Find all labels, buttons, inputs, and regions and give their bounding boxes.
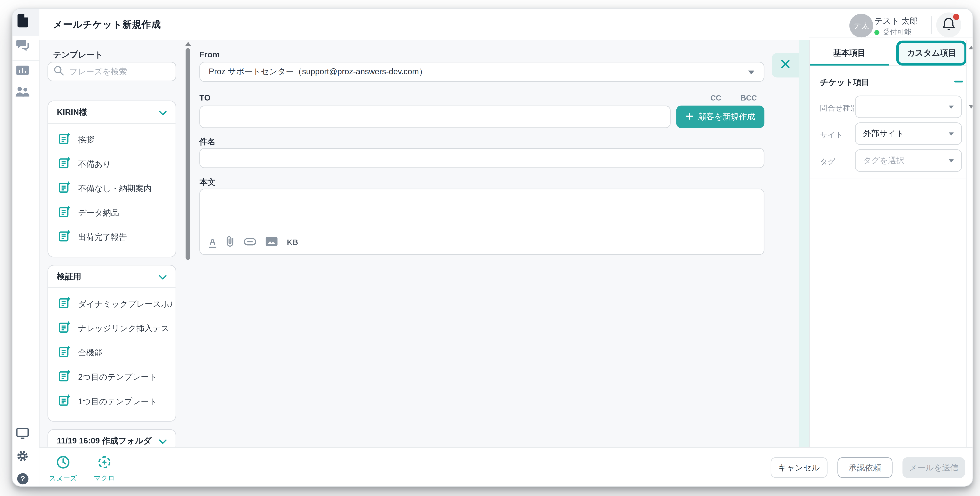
from-select[interactable]: Proz サポートセンター（support@proz-answers-dev.c… xyxy=(199,62,764,82)
sidebar-item-settings[interactable] xyxy=(13,448,32,467)
notifications-button[interactable] xyxy=(936,13,961,37)
screen: ? メールチケット新規作成 テ太 テスト 太郎 受付可能 テンプレート xyxy=(0,0,980,496)
status-label: 受付可能 xyxy=(883,28,911,37)
snooze-button[interactable]: スヌーズ xyxy=(49,455,77,483)
attachment-icon[interactable] xyxy=(226,235,234,249)
tab-custom-fields[interactable]: カスタム項目 xyxy=(896,41,967,65)
subject-label: 件名 xyxy=(199,136,216,147)
right-panel-scrollbar[interactable] xyxy=(966,40,973,447)
to-row-labels: TO CC BCC xyxy=(199,93,764,102)
chevron-down-icon xyxy=(159,435,167,446)
template-item-label: ナレッジリンク挿入テスト xyxy=(78,323,172,334)
user-name: テスト 太郎 xyxy=(874,16,918,27)
create-customer-button[interactable]: 顧客を新規作成 xyxy=(676,105,764,128)
field-label: タグ xyxy=(820,157,835,167)
template-add-icon xyxy=(59,206,70,220)
scrollbar-up-arrow[interactable] xyxy=(968,46,973,49)
image-icon[interactable] xyxy=(266,237,278,248)
svg-text:?: ? xyxy=(20,474,25,483)
tag-placeholder: タグを選択 xyxy=(863,155,949,166)
scrollbar-down-arrow[interactable] xyxy=(968,105,973,109)
people-icon xyxy=(16,87,29,99)
template-item[interactable]: ナレッジリンク挿入テスト xyxy=(48,316,176,340)
scrollbar-thumb[interactable] xyxy=(186,48,190,260)
template-group-kirin: KIRIN様 挨拶 不備あり 不備なし・納期案内 データ納品 出荷完了報告 xyxy=(48,100,176,257)
template-item[interactable]: データ納品 xyxy=(48,200,176,225)
field-label: サイト xyxy=(820,130,843,140)
form-right-strip xyxy=(799,40,810,447)
template-item[interactable]: 不備あり xyxy=(48,152,176,176)
template-item[interactable]: ダイナミックプレースホルダ xyxy=(48,292,176,316)
bcc-toggle[interactable]: BCC xyxy=(741,93,757,102)
from-value: Proz サポートセンター（support@proz-answers-dev.c… xyxy=(200,62,764,81)
sidebar-item-reports[interactable] xyxy=(13,62,32,81)
macro-label: マクロ xyxy=(94,474,115,483)
plus-icon xyxy=(686,112,693,122)
close-icon xyxy=(781,59,790,71)
template-item-label: ダイナミックプレースホルダ xyxy=(78,298,172,309)
send-mail-button[interactable]: メールを送信 xyxy=(902,457,965,478)
sidebar-item-monitor[interactable] xyxy=(13,426,32,444)
template-item-label: 挨拶 xyxy=(78,134,94,145)
template-item-label: 不備なし・納期案内 xyxy=(78,183,152,194)
site-select[interactable]: 外部サイト xyxy=(855,122,962,145)
to-input[interactable] xyxy=(199,105,670,128)
from-label: From xyxy=(199,50,220,59)
avatar[interactable]: テ太 xyxy=(850,14,873,37)
scrollbar-up-arrow[interactable] xyxy=(185,42,191,46)
template-item-label: データ納品 xyxy=(78,207,119,218)
template-add-icon xyxy=(59,132,70,147)
template-add-icon xyxy=(59,297,70,311)
knowledge-base-button[interactable]: KB xyxy=(287,238,298,247)
snooze-label: スヌーズ xyxy=(49,474,77,483)
template-group-header[interactable]: KIRIN様 xyxy=(48,101,176,124)
collapse-icon[interactable] xyxy=(955,81,963,83)
field-label: 問合せ種別 xyxy=(820,103,858,114)
search-icon xyxy=(54,65,64,78)
monitor-icon xyxy=(16,428,29,442)
template-item[interactable]: 挨拶 xyxy=(48,127,176,152)
template-item-label: 1つ目のテンプレート xyxy=(78,396,157,407)
cc-toggle[interactable]: CC xyxy=(710,93,721,102)
site-value: 外部サイト xyxy=(863,128,949,139)
format-text-icon[interactable]: A xyxy=(209,237,216,248)
template-item[interactable]: 不備なし・納期案内 xyxy=(48,176,176,200)
body-label: 本文 xyxy=(199,177,216,188)
request-approval-button[interactable]: 承認依頼 xyxy=(837,457,892,478)
subject-input[interactable] xyxy=(199,148,764,168)
template-item[interactable]: 1つ目のテンプレート xyxy=(48,389,176,413)
sidebar-item-help[interactable]: ? xyxy=(13,471,32,486)
search-input[interactable] xyxy=(68,66,170,77)
template-item[interactable]: 2つ目のテンプレート xyxy=(48,365,176,389)
template-item[interactable]: 出荷完了報告 xyxy=(48,225,176,249)
template-group-header[interactable]: 検証用 xyxy=(48,265,176,288)
footer: スヌーズ マクロ キャンセル 承認依頼 メールを送信 xyxy=(40,447,973,486)
chat-icon xyxy=(16,40,29,53)
tab-basic-fields[interactable]: 基本項目 xyxy=(810,40,889,66)
tag-select[interactable]: タグを選択 xyxy=(855,149,962,172)
right-panel-top-line xyxy=(809,37,973,37)
sidebar-item-tickets[interactable] xyxy=(13,13,32,31)
macro-button[interactable]: マクロ xyxy=(91,455,118,483)
chevron-down-icon xyxy=(159,271,167,282)
template-add-icon xyxy=(59,345,70,360)
section-divider xyxy=(810,179,966,180)
link-icon[interactable] xyxy=(244,237,256,248)
cancel-button[interactable]: キャンセル xyxy=(771,457,827,478)
to-label: TO xyxy=(199,93,210,102)
macro-icon xyxy=(97,455,111,472)
body-editor[interactable]: A KB xyxy=(199,189,764,255)
bell-icon xyxy=(942,17,956,33)
chevron-down-icon xyxy=(949,132,954,135)
close-button[interactable] xyxy=(772,53,799,77)
user-status[interactable]: 受付可能 xyxy=(874,28,911,37)
template-item[interactable]: 全機能 xyxy=(48,340,176,365)
template-add-icon xyxy=(59,157,70,171)
right-panel: 基本項目 カスタム項目 チケット項目 問合せ種別 サイト 外部サイト タグ タグ… xyxy=(809,40,973,447)
template-search[interactable] xyxy=(48,62,176,81)
sidebar-item-customers[interactable] xyxy=(13,84,32,102)
chevron-down-icon xyxy=(949,105,954,108)
sidebar-item-chat[interactable] xyxy=(13,37,32,56)
template-item-label: 出荷完了報告 xyxy=(78,232,127,243)
inquiry-type-select[interactable] xyxy=(855,95,962,118)
